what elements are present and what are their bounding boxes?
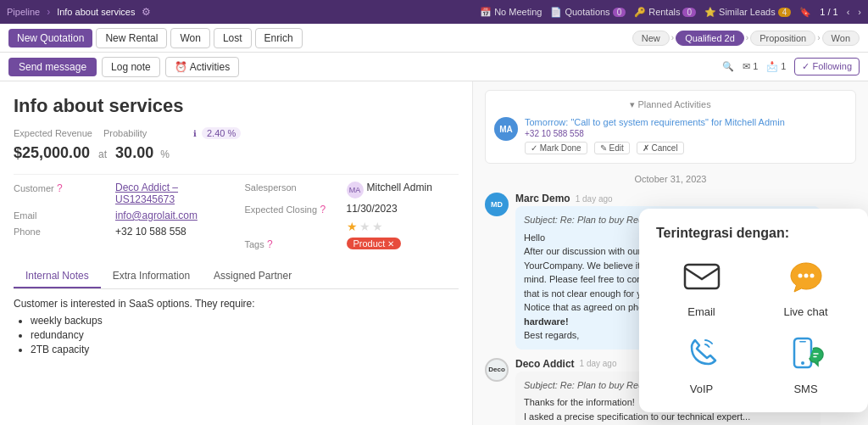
next-btn[interactable]: ›	[858, 7, 861, 17]
cancel-btn[interactable]: ✗ Cancel	[637, 142, 684, 154]
mark-done-btn[interactable]: ✓ Mark Done	[525, 142, 587, 154]
svg-rect-5	[799, 341, 806, 343]
sms-label: SMS	[793, 383, 817, 395]
call-title[interactable]: "Call to get system requirements"	[570, 117, 708, 127]
stars-field: ★ ★ ★	[245, 220, 459, 233]
tabs-bar: Internal Notes Extra Information Assigne…	[14, 265, 459, 289]
stage-proposition[interactable]: Proposition	[750, 31, 815, 46]
prev-btn[interactable]: ‹	[847, 7, 850, 17]
star-rating[interactable]: ★ ★ ★	[347, 220, 383, 233]
closing-value: 11/30/2023	[347, 203, 398, 215]
gear-icon[interactable]: ⚙	[142, 6, 151, 18]
toolbar-right: 🔍 ✉ 1 📩 1 ✓ Following	[722, 58, 860, 75]
integration-email[interactable]: Email	[656, 254, 747, 318]
live-chat-label: Live chat	[783, 305, 827, 318]
new-quotation-btn[interactable]: New Quotation	[8, 29, 92, 48]
phone-value: +32 10 588 558	[115, 226, 186, 238]
tab-list: weekly backups redundancy 2TB capacity	[14, 315, 459, 355]
tab-text: Customer is interested in SaaS options. …	[14, 298, 459, 310]
chat-avatar-marc: MD	[485, 193, 509, 216]
lost-btn[interactable]: Lost	[214, 28, 252, 48]
star-2[interactable]: ★	[359, 220, 370, 233]
star-3[interactable]: ★	[372, 220, 383, 233]
breadcrumb-separator: ›	[47, 6, 50, 18]
star-1[interactable]: ★	[347, 220, 358, 233]
salesperson-label: Salesperson	[245, 182, 347, 193]
customer-value[interactable]: Deco Addict – US12345673	[115, 182, 228, 205]
leads-icon: ⭐	[704, 7, 716, 18]
stage-won[interactable]: Won	[822, 31, 860, 46]
email-value[interactable]: info@agrolait.com	[115, 210, 198, 221]
at-text: at	[98, 148, 107, 160]
activity-content: Tomorrow: "Call to get system requiremen…	[525, 117, 847, 154]
integration-popup: Terintegrasi dengan: Email	[639, 209, 868, 412]
integration-live-chat[interactable]: Live chat	[760, 254, 851, 318]
salesperson-field: Salesperson MA Mitchell Admin	[245, 182, 459, 199]
send-message-btn[interactable]: Send message	[8, 58, 97, 76]
left-panel: Info about services Expected Revenue Pro…	[0, 81, 473, 425]
search-icon[interactable]: 🔍	[722, 61, 734, 72]
probability-label: Probability	[103, 128, 188, 138]
rental-icon: 🔑	[634, 7, 646, 18]
won-btn[interactable]: Won	[170, 28, 209, 48]
action-bar: New Quotation New Rental Won Lost Enrich…	[0, 24, 868, 53]
live-chat-icon	[784, 254, 828, 299]
following-btn[interactable]: ✓ Following	[794, 58, 860, 75]
bookmark-icon[interactable]: 🔖	[799, 7, 811, 18]
product-tag[interactable]: Product ✕	[347, 238, 402, 249]
closing-field: Expected Closing ? 11/30/2023	[245, 203, 459, 215]
phone-field: Phone +32 10 588 558	[14, 226, 228, 238]
integration-voip[interactable]: VoIP	[656, 332, 747, 395]
integration-sms[interactable]: SMS	[760, 332, 851, 395]
log-note-btn[interactable]: Log note	[102, 57, 160, 77]
chat-avatar-deco: Deco	[485, 358, 509, 382]
at-value: 30.00	[115, 144, 153, 162]
page-title: Info about services	[14, 95, 459, 117]
probability-value: 2.40 %	[202, 127, 241, 139]
rentals-btn[interactable]: 🔑 Rentals 0	[634, 7, 696, 18]
pipeline-stages: New › Qualified 2d › Proposition › Won	[632, 31, 860, 46]
tab-internal-notes[interactable]: Internal Notes	[14, 265, 101, 288]
tab-content: Customer is interested in SaaS options. …	[14, 289, 459, 366]
tags-field: Tags ? Product ✕	[245, 238, 459, 250]
customer-required: ?	[54, 182, 63, 194]
activities-btn[interactable]: ⏰ Activities	[165, 57, 239, 77]
activity-title: Tomorrow: "Call to get system requiremen…	[525, 117, 847, 127]
chat-name-deco: Deco Addict	[515, 358, 575, 370]
admin-label: Admin	[759, 117, 785, 127]
chat-time-deco: 1 day ago	[580, 359, 617, 368]
right-panel: ▾ Planned Activities MA Tomorrow: "Call …	[473, 81, 868, 425]
activity-actions: ✓ Mark Done ✎ Edit ✗ Cancel	[525, 142, 847, 154]
salesperson-value: Mitchell Admin	[367, 182, 432, 193]
svg-point-1	[798, 274, 802, 278]
activity-phone: +32 10 588 558	[525, 129, 847, 138]
top-nav: Pipeline › Info about services ⚙ 📅 No Me…	[0, 0, 868, 24]
tab-assigned-partner[interactable]: Assigned Partner	[202, 265, 303, 288]
email-field: Email info@agrolait.com	[14, 210, 228, 221]
voip-label: VoIP	[690, 383, 713, 395]
quotations-btn[interactable]: 📄 Quotations 0	[550, 7, 626, 18]
customer-label: Customer ?	[14, 182, 115, 194]
integration-grid: Email Live chat	[656, 254, 851, 395]
list-item: 2TB capacity	[31, 344, 459, 355]
probability-info-icon[interactable]: ℹ	[193, 129, 197, 138]
planned-header: ▾ Planned Activities	[494, 99, 847, 110]
divider-1	[14, 174, 459, 175]
list-item: redundancy	[31, 329, 459, 341]
expected-revenue-label: Expected Revenue	[14, 128, 98, 138]
main-layout: Info about services Expected Revenue Pro…	[0, 81, 868, 425]
email-icon	[680, 254, 724, 299]
chat-name-marc: Marc Demo	[515, 193, 570, 204]
no-meeting-btn[interactable]: 📅 No Meeting	[480, 7, 542, 18]
similar-leads-btn[interactable]: ⭐ Similar Leads 4	[704, 7, 791, 18]
activity-avatar: MA	[494, 117, 518, 141]
new-rental-btn[interactable]: New Rental	[96, 28, 167, 48]
stage-new[interactable]: New	[632, 31, 670, 46]
revenue-value: $25,000.00	[14, 144, 90, 162]
tag-remove-icon[interactable]: ✕	[387, 239, 394, 249]
tab-extra-info[interactable]: Extra Information	[101, 265, 202, 288]
edit-btn[interactable]: ✎ Edit	[594, 142, 630, 154]
stage-qualified[interactable]: Qualified 2d	[676, 31, 744, 46]
enrich-btn[interactable]: Enrich	[255, 28, 303, 48]
list-item: weekly backups	[31, 315, 459, 327]
